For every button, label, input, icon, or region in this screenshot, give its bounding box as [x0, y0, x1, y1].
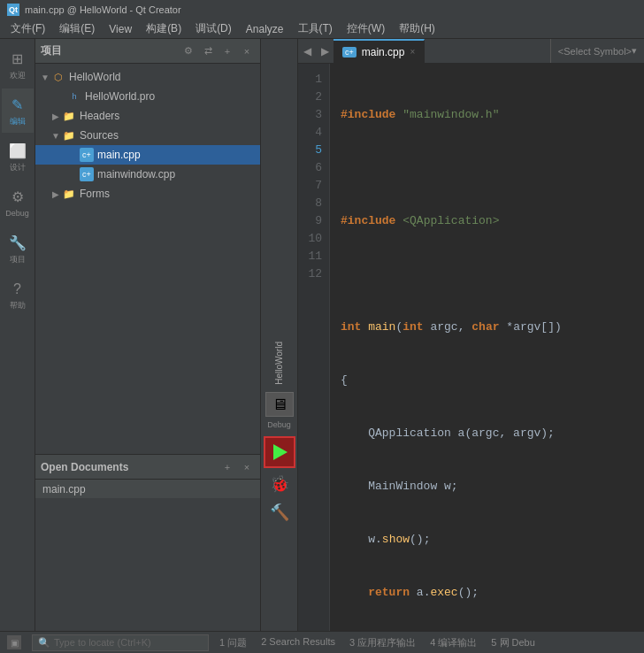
window-title: main.cpp @ HelloWorld - Qt Creator [25, 4, 181, 15]
tree-item-forms[interactable]: ▶ 📁 Forms [35, 184, 260, 204]
open-docs-panel: Open Documents + × main.cpp [35, 454, 260, 631]
line-num-12: 12 [298, 265, 322, 283]
tree-label-main-cpp: main.cpp [97, 149, 141, 161]
sidebar-icon-welcome[interactable]: ⊞欢迎 [2, 42, 34, 87]
tree-item-helloworld-pro[interactable]: h HelloWorld.pro [35, 87, 260, 106]
run-button[interactable] [264, 436, 295, 468]
hw-project-label: HelloWorld [274, 342, 284, 385]
arrow-sources: ▼ [50, 131, 62, 141]
menu-item-view[interactable]: View [102, 21, 139, 37]
add-button[interactable]: + [219, 43, 235, 59]
left-panel: 项目 ⚙ ⇄ + × ▼ ⬡ HelloWorld h HelloWorld.p… [35, 39, 261, 631]
editor-tab-bar: ◀ ▶ c+ main.cpp × <Select Symbol> ▾ [298, 39, 644, 64]
symbol-selector-arrow: ▾ [632, 45, 637, 57]
code-editor[interactable]: 1 2 3 4 5 6 7 8 9 10 11 12 #include "mai… [298, 64, 644, 631]
tree-item-mainwindow-cpp[interactable]: c+ mainwindow.cpp [35, 165, 260, 184]
code-line-10: return a.exec(); [341, 584, 644, 602]
nav-forward-button[interactable]: ▶ [316, 39, 334, 64]
code-line-7: QApplication a(argc, argv); [341, 425, 644, 442]
arrow-forms: ▶ [50, 189, 62, 199]
app-icon: Qt [7, 4, 19, 16]
hw-monitor-icon[interactable]: 🖥 [265, 392, 294, 417]
status-tab-5[interactable]: 5 网 Debu [491, 636, 535, 649]
tree-item-main-cpp[interactable]: c+ main.cpp [35, 145, 260, 165]
sidebar-icon-debug[interactable]: ⚙Debug [2, 181, 34, 225]
sidebar-icon-edit[interactable]: ✎编辑 [2, 88, 34, 133]
menu-item-b[interactable]: 构建(B) [139, 19, 188, 38]
folder-icon-headers: 📁 [62, 109, 76, 123]
main-content: ⊞欢迎✎编辑⬜设计⚙Debug🔧项目?帮助 项目 ⚙ ⇄ + × ▼ ⬡ Hel… [0, 39, 644, 631]
status-tab-2[interactable]: 2 Search Results [261, 636, 335, 649]
open-docs-close[interactable]: × [239, 459, 255, 475]
menu-item-t[interactable]: 工具(T) [291, 19, 340, 38]
tree-label-mainwindow-cpp: mainwindow.cpp [97, 168, 175, 181]
filter-button[interactable]: ⚙ [180, 43, 196, 59]
project-panel-title: 项目 [41, 43, 180, 58]
open-docs-list: main.cpp [35, 480, 260, 631]
editor-area: ◀ ▶ c+ main.cpp × <Select Symbol> ▾ 1 2 … [298, 39, 644, 631]
arrow-mainwindow-spacer [67, 170, 80, 180]
doc-item-main-cpp[interactable]: main.cpp [35, 480, 260, 499]
edit-icon: ✎ [8, 96, 27, 115]
menu-item-d[interactable]: 调试(D) [188, 19, 239, 38]
editor-tab-main-cpp[interactable]: c+ main.cpp × [334, 39, 425, 64]
build-button[interactable]: 🔨 [264, 500, 295, 525]
cpp-icon-mainwindow: c+ [80, 167, 94, 181]
open-docs-actions: + × [219, 459, 255, 475]
tab-file-type-icon: c+ [342, 47, 356, 58]
debug-step-button[interactable]: 🐞 [264, 472, 295, 496]
tree-item-headers[interactable]: ▶ 📁 Headers [35, 106, 260, 126]
sidebar-label-debug: Debug [5, 209, 29, 219]
line-num-8: 8 [298, 195, 322, 212]
tree-item-sources[interactable]: ▼ 📁 Sources [35, 126, 260, 145]
hw-debug-sidebar: HelloWorld 🖥 Debug 🐞 🔨 [261, 39, 298, 631]
design-icon: ⬜ [8, 142, 27, 161]
status-tab-1[interactable]: 1 问题 [219, 636, 247, 649]
line-num-6: 6 [298, 159, 322, 177]
status-tab-4[interactable]: 4 编译输出 [430, 636, 477, 649]
status-tabs: 1 问题 2 Search Results 3 应用程序输出 4 编译输出 5 … [219, 636, 637, 649]
menu-item-f[interactable]: 文件(F) [4, 19, 52, 38]
tab-close-button[interactable]: × [410, 47, 415, 57]
tree-label-headers: Headers [80, 110, 119, 122]
menu-item-analyze[interactable]: Analyze [239, 21, 291, 37]
line-num-4: 4 [298, 124, 322, 142]
folder-icon-forms: 📁 [62, 187, 76, 201]
sidebar-icon-projects[interactable]: 🔧项目 [2, 227, 34, 271]
status-bar: ▣ 🔍 Type to locate (Ctrl+K) 1 问题 2 Searc… [0, 631, 644, 653]
sidebar-icon-design[interactable]: ⬜设计 [2, 134, 34, 179]
hw-debug-label: Debug [267, 420, 291, 429]
tree-label-forms: Forms [80, 188, 110, 200]
search-icon: 🔍 [38, 637, 50, 649]
sidebar-label-welcome: 欢迎 [10, 71, 26, 81]
menu-item-w[interactable]: 控件(W) [340, 19, 392, 38]
line-numbers: 1 2 3 4 5 6 7 8 9 10 11 12 [298, 64, 330, 631]
line-num-1: 1 [298, 71, 322, 88]
tree-label-helloworld: HelloWorld [69, 71, 120, 83]
sidebar-icon-help[interactable]: ?帮助 [2, 273, 34, 317]
sync-button[interactable]: ⇄ [200, 43, 216, 59]
debug-icon: ⚙ [8, 188, 27, 207]
sidebar-label-help: 帮助 [10, 301, 26, 311]
close-panel-button[interactable]: × [239, 43, 255, 59]
locate-search[interactable]: 🔍 Type to locate (Ctrl+K) [32, 634, 209, 651]
left-sidebar: ⊞欢迎✎编辑⬜设计⚙Debug🔧项目?帮助 [0, 39, 35, 631]
open-docs-expand[interactable]: + [219, 459, 235, 475]
tree-item-helloworld[interactable]: ▼ ⬡ HelloWorld [35, 67, 260, 87]
menu-item-h[interactable]: 帮助(H) [392, 19, 442, 38]
menu-item-e[interactable]: 编辑(E) [52, 19, 102, 38]
symbol-selector[interactable]: <Select Symbol> ▾ [550, 39, 644, 63]
open-docs-title: Open Documents [41, 461, 219, 473]
arrow-main-cpp-spacer [67, 150, 80, 160]
nav-back-button[interactable]: ◀ [298, 39, 316, 64]
search-placeholder: Type to locate (Ctrl+K) [54, 637, 151, 648]
code-line-6: { [341, 372, 644, 389]
code-content[interactable]: #include "mainwindow.h" #include <QAppli… [330, 64, 644, 631]
open-docs-header: Open Documents + × [35, 455, 260, 480]
project-panel-header: 项目 ⚙ ⇄ + × [35, 39, 260, 64]
projects-icon: 🔧 [8, 234, 27, 253]
code-line-9: w.show(); [341, 531, 644, 549]
project-icon: ⬡ [51, 70, 65, 84]
status-tab-3[interactable]: 3 应用程序输出 [349, 636, 416, 649]
line-num-7: 7 [298, 177, 322, 195]
